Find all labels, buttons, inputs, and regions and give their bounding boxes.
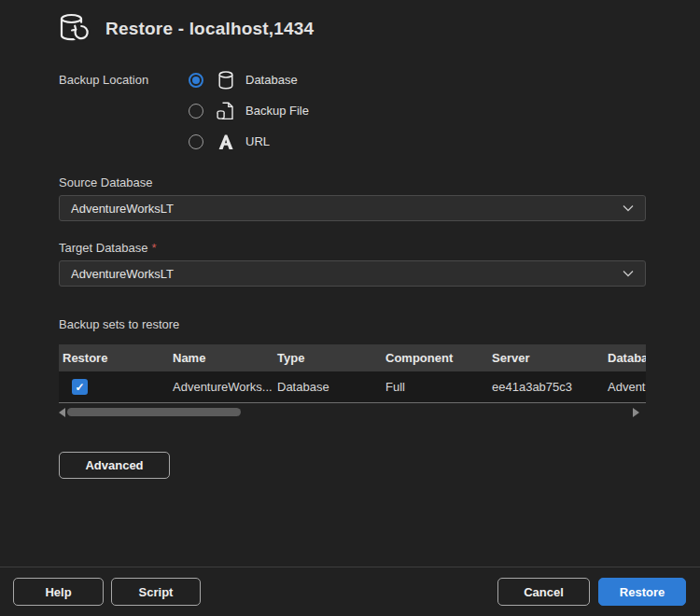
target-database-value: AdventureWorksLT <box>71 267 623 281</box>
table-hscrollbar[interactable] <box>59 407 639 417</box>
scroll-right-icon[interactable] <box>633 408 639 417</box>
col-header-component: Component <box>382 351 488 365</box>
target-database-label-text: Target Database <box>59 241 147 255</box>
chevron-down-icon <box>623 204 634 212</box>
database-icon <box>216 70 235 91</box>
hscrollbar-thumb[interactable] <box>67 408 241 416</box>
restore-database-icon <box>56 10 93 48</box>
source-database-label: Source Database <box>59 175 152 189</box>
help-button[interactable]: Help <box>13 578 104 606</box>
source-database-value: AdventureWorksLT <box>71 202 623 216</box>
server-cell: ee41a3ab75c3 <box>488 380 604 394</box>
cancel-button[interactable]: Cancel <box>497 578 590 606</box>
col-header-database: Database <box>604 351 646 365</box>
backup-location-label: Backup Location <box>59 73 148 87</box>
page-title: Restore - localhost,1434 <box>105 19 314 39</box>
azure-url-icon <box>216 132 235 152</box>
advanced-button[interactable]: Advanced <box>59 452 170 479</box>
radio-url[interactable] <box>189 134 203 149</box>
col-header-type: Type <box>273 351 382 365</box>
database-cell: AdventureWorksLT <box>604 380 646 394</box>
radio-database[interactable] <box>189 73 203 88</box>
target-database-select[interactable]: AdventureWorksLT <box>59 260 646 287</box>
name-cell: AdventureWorks... <box>169 380 273 394</box>
restore-button[interactable]: Restore <box>598 578 686 606</box>
table-row[interactable]: ✓ AdventureWorks... Database Full ee41a3… <box>59 371 646 403</box>
col-header-server: Server <box>488 351 604 365</box>
component-cell: Full <box>382 380 488 394</box>
restore-dialog: Restore - localhost,1434 Backup Location… <box>0 0 700 616</box>
radio-label-backup-file: Backup File <box>245 104 309 118</box>
radio-option-database[interactable]: Database <box>189 69 309 91</box>
scroll-left-icon[interactable] <box>59 408 65 417</box>
radio-label-database: Database <box>245 73 298 87</box>
hscrollbar-track[interactable] <box>67 408 631 416</box>
check-icon: ✓ <box>75 382 84 393</box>
chevron-down-icon <box>623 270 634 277</box>
dialog-header: Restore - localhost,1434 <box>56 10 314 48</box>
script-button[interactable]: Script <box>111 578 201 606</box>
required-asterisk: * <box>151 241 156 255</box>
radio-backup-file[interactable] <box>189 104 203 119</box>
radio-option-url[interactable]: URL <box>189 131 309 152</box>
footer-divider <box>0 567 700 567</box>
backup-location-radio-group: Database Backup File URL <box>189 69 309 152</box>
backup-sets-table: Restore Name Type Component Server Datab… <box>59 344 646 403</box>
restore-row-checkbox[interactable]: ✓ <box>72 379 88 395</box>
backup-file-icon <box>216 101 235 121</box>
backup-sets-label: Backup sets to restore <box>59 317 179 331</box>
col-header-name: Name <box>169 351 273 365</box>
col-header-restore: Restore <box>59 351 169 365</box>
target-database-label: Target Database* <box>59 241 156 255</box>
type-cell: Database <box>273 380 382 394</box>
radio-option-backup-file[interactable]: Backup File <box>189 100 309 121</box>
restore-cell: ✓ <box>59 379 169 395</box>
radio-label-url: URL <box>245 134 270 148</box>
source-database-select[interactable]: AdventureWorksLT <box>59 195 646 221</box>
table-header-row: Restore Name Type Component Server Datab… <box>59 344 646 371</box>
